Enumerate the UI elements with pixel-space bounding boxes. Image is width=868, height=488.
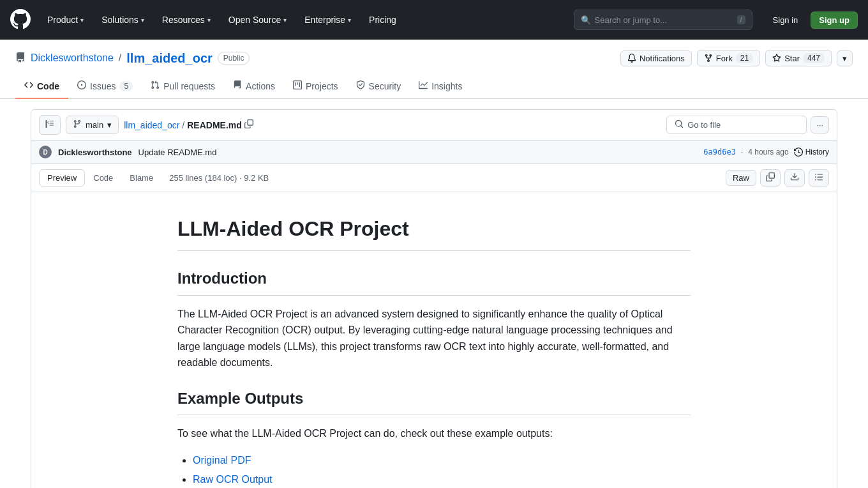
repo-title-row: Dicklesworthstone / llm_aided_ocr Public… [15,50,853,66]
repo-tabs: Code Issues 5 Pull requests Actions Pr [15,74,853,98]
file-area: main ▾ llm_aided_ocr / README.md Go to f… [15,109,853,488]
chevron-down-icon: ▾ [348,17,351,24]
file-view-tabs: Preview Code Blame 255 lines (184 loc) ·… [31,164,837,192]
repo-icon [15,52,26,65]
repo-actions: Notifications Fork 21 Star 447 ▾ [620,50,853,66]
breadcrumb-repo-link[interactable]: llm_aided_ocr [124,120,179,130]
readme-links-list: Original PDF Raw OCR Output LLM-Correcte… [193,452,691,488]
sidebar-toggle-button[interactable] [39,115,61,135]
commit-row: D Dicklesworthstone Update README.md 6a9… [31,141,837,164]
file-path-bar-right: Go to file ··· [666,116,829,134]
commit-author[interactable]: Dicklesworthstone [58,148,132,157]
nav-resources[interactable]: Resources ▾ [156,10,217,30]
nav-solutions[interactable]: Solutions ▾ [95,10,151,30]
view-tab-blame[interactable]: Blame [121,169,161,187]
star-count: 447 [803,53,825,63]
tab-code[interactable]: Code [15,74,68,99]
commit-row-right: 6a9d6e3 · 4 hours ago History [703,148,829,156]
chevron-down-icon: ▾ [107,120,112,130]
chevron-down-icon: ▾ [80,17,84,24]
visibility-badge: Public [218,52,250,65]
readme-content: LLM-Aided OCR Project Introduction The L… [147,192,721,488]
readme-section-0-content: The LLM-Aided OCR Project is an advanced… [177,306,691,371]
nav-product[interactable]: Product ▾ [41,10,90,30]
sign-in-button[interactable]: Sign in [765,12,806,28]
tab-projects[interactable]: Projects [284,74,347,99]
copy-raw-button[interactable] [760,169,781,187]
projects-icon [293,80,302,91]
commit-hash-link[interactable]: 6a9d6e3 [703,148,736,156]
repo-owner-link[interactable]: Dicklesworthstone [31,52,114,64]
nav-pricing[interactable]: Pricing [363,10,403,30]
readme-section-0-heading: Introduction [177,266,691,295]
readme-link-0[interactable]: Original PDF [193,455,251,466]
download-button[interactable] [784,169,805,187]
file-breadcrumb: llm_aided_ocr / README.md [124,119,253,130]
history-link[interactable]: History [794,148,829,156]
issues-badge: 5 [119,81,133,91]
avatar: D [39,146,52,158]
issue-icon [77,80,86,91]
fork-button[interactable]: Fork 21 [697,50,760,66]
tab-security[interactable]: Security [347,74,410,99]
nav-right-actions: Sign in Sign up [765,11,858,29]
top-nav: Product ▾ Solutions ▾ Resources ▾ Open S… [0,0,868,40]
tab-insights[interactable]: Insights [410,74,471,99]
list-item: Original PDF [193,452,691,469]
chevron-down-icon: ▾ [283,17,287,24]
pr-icon [151,80,160,91]
readme-section-1-content: To see what the LLM-Aided OCR Project ca… [177,425,691,442]
file-view-tabs-right: Raw [726,169,829,187]
code-icon [24,80,33,91]
commit-time: 4 hours ago [748,148,788,156]
github-logo[interactable] [10,9,31,31]
repo-name-link[interactable]: llm_aided_ocr [126,51,213,66]
nav-enterprise[interactable]: Enterprise ▾ [298,10,357,30]
more-file-options-button[interactable]: ··· [811,116,829,133]
toc-button[interactable] [809,169,829,187]
notifications-button[interactable]: Notifications [620,50,692,66]
tab-pull-requests[interactable]: Pull requests [142,74,224,99]
readme-section-1-heading: Example Outputs [177,386,691,415]
fork-count: 21 [736,53,753,63]
search-bar[interactable]: 🔍 Search or jump to... / [574,10,752,30]
copy-path-icon[interactable] [244,119,253,130]
more-repo-actions-button[interactable]: ▾ [837,50,853,66]
commit-dot-separator: · [741,148,743,156]
tab-issues[interactable]: Issues 5 [68,74,142,99]
sign-up-button[interactable]: Sign up [811,11,858,29]
view-tab-code[interactable]: Code [85,169,121,187]
readme-title: LLM-Aided OCR Project [177,213,691,251]
breadcrumb-file: README.md [187,120,242,130]
list-item: Raw OCR Output [193,471,691,488]
nav-open-source[interactable]: Open Source ▾ [222,10,294,30]
search-icon: 🔍 [581,15,591,25]
file-header: main ▾ llm_aided_ocr / README.md Go to f… [31,109,837,488]
view-tab-preview[interactable]: Preview [39,169,85,187]
commit-message: Update README.md [138,148,217,157]
raw-button[interactable]: Raw [726,170,756,186]
chevron-down-icon: ▾ [141,17,144,24]
search-shortcut: / [737,15,745,24]
search-icon [675,119,684,130]
branch-icon [73,119,82,130]
insights-icon [419,80,428,91]
security-icon [356,80,365,91]
readme-link-1[interactable]: Raw OCR Output [193,474,272,485]
file-meta: 255 lines (184 loc) · 9.2 KB [169,173,269,183]
branch-selector[interactable]: main ▾ [66,116,119,134]
repo-header: Dicklesworthstone / llm_aided_ocr Public… [0,40,868,99]
go-to-file-input[interactable]: Go to file [666,116,807,134]
actions-icon [233,80,242,91]
file-path-bar: main ▾ llm_aided_ocr / README.md Go to f… [31,110,837,141]
chevron-down-icon: ▾ [207,17,211,24]
tab-actions[interactable]: Actions [224,74,284,99]
star-button[interactable]: Star 447 [765,50,832,66]
